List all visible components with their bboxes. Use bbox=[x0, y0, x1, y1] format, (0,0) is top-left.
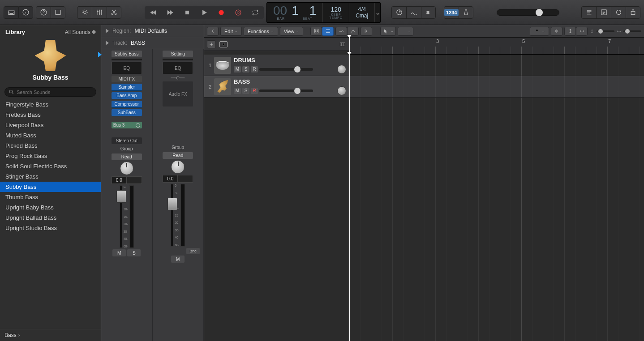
record-icon[interactable] bbox=[213, 6, 230, 19]
link-icon[interactable] bbox=[163, 76, 193, 80]
catch-icon[interactable] bbox=[361, 27, 372, 36]
add-track-button[interactable] bbox=[207, 40, 216, 48]
solo-button[interactable]: S bbox=[127, 249, 141, 256]
waveform-icon[interactable] bbox=[551, 27, 562, 36]
sound-item[interactable]: Fingerstyle Bass bbox=[0, 99, 101, 110]
track-pan-knob[interactable] bbox=[337, 65, 346, 74]
solo-icon[interactable]: S bbox=[421, 6, 436, 19]
sound-item[interactable]: Solid Soul Electric Bass bbox=[0, 161, 101, 171]
sound-item[interactable]: Upright Ballad Bass bbox=[0, 213, 101, 223]
record-enable-button[interactable]: R bbox=[251, 88, 258, 94]
track-lane[interactable] bbox=[349, 55, 644, 76]
mute-button[interactable]: M bbox=[234, 66, 241, 72]
volume-fader[interactable]: 0-3-6-10-15-20-30-40-60- bbox=[120, 185, 134, 248]
cycle-icon[interactable] bbox=[247, 6, 264, 19]
solo-button[interactable]: S bbox=[242, 88, 249, 94]
sound-item[interactable]: Fretless Bass bbox=[0, 110, 101, 120]
pan-knob[interactable] bbox=[120, 162, 133, 175]
media-icon[interactable] bbox=[51, 6, 65, 19]
list-view-icon[interactable] bbox=[322, 27, 334, 36]
sound-item[interactable]: Thumb Bass bbox=[0, 192, 101, 202]
metronome-icon[interactable] bbox=[459, 6, 473, 19]
audio-fx-slot[interactable]: Audio FX bbox=[163, 81, 193, 107]
library-filter[interactable]: All Sounds bbox=[65, 29, 95, 35]
mute-button[interactable]: M bbox=[234, 88, 241, 94]
track-content[interactable] bbox=[349, 55, 644, 341]
solo-button[interactable]: S bbox=[242, 66, 249, 72]
db-value[interactable]: 0.0 bbox=[112, 176, 127, 184]
fx-slot[interactable]: SubBass bbox=[112, 109, 142, 116]
display-icon[interactable] bbox=[77, 6, 92, 19]
mute-button[interactable]: M bbox=[171, 256, 185, 263]
automation-icon[interactable] bbox=[406, 6, 421, 19]
lcd-display[interactable]: 0011 BARBEAT 120 KEEP TEMPO 4/4 Cmaj ⌄ bbox=[266, 2, 381, 23]
sound-item[interactable]: Picked Bass bbox=[0, 141, 101, 151]
group-slot[interactable]: Group bbox=[163, 144, 193, 151]
cut-icon[interactable] bbox=[107, 6, 121, 19]
midi-fx-slot[interactable]: MIDI FX bbox=[112, 76, 142, 82]
output-slot[interactable]: Stereo Out bbox=[112, 137, 142, 144]
snap-menu[interactable]: ⌄ bbox=[530, 27, 549, 36]
rewind-icon[interactable] bbox=[145, 6, 162, 19]
sounds-list[interactable]: Fingerstyle BassFretless BassLiverpool B… bbox=[0, 99, 101, 329]
grid-icon[interactable] bbox=[310, 27, 322, 36]
notes-icon[interactable] bbox=[581, 6, 596, 19]
flex-icon[interactable] bbox=[347, 27, 359, 36]
info-icon[interactable] bbox=[18, 6, 33, 19]
track-header[interactable]: 1 DRUMS M S R bbox=[204, 55, 349, 76]
automation-toggle-icon[interactable] bbox=[335, 27, 347, 36]
secondary-tool[interactable]: ⌄ bbox=[398, 27, 413, 36]
play-icon[interactable] bbox=[196, 6, 213, 19]
track-icon[interactable] bbox=[214, 78, 231, 95]
instrument-slot[interactable]: Sampler bbox=[112, 84, 142, 91]
forward-icon[interactable] bbox=[162, 6, 179, 19]
tuner-icon[interactable] bbox=[391, 6, 406, 19]
search-field[interactable] bbox=[4, 87, 96, 97]
inbox-icon[interactable] bbox=[4, 6, 18, 19]
track-volume-slider[interactable] bbox=[259, 68, 313, 71]
library-breadcrumb[interactable]: Bass› bbox=[0, 329, 101, 341]
search-input[interactable] bbox=[17, 90, 92, 95]
region-row[interactable]: Region:MIDI Defaults bbox=[101, 25, 204, 37]
list-icon[interactable] bbox=[596, 6, 611, 19]
eq-slot[interactable]: EQ bbox=[112, 62, 142, 74]
functions-menu[interactable]: Functions⌄ bbox=[244, 27, 278, 36]
track-row[interactable]: Track:BASS bbox=[101, 37, 204, 49]
count-in-button[interactable]: 1234 bbox=[444, 6, 459, 19]
setting-slot[interactable]: Setting bbox=[163, 51, 193, 57]
fx-slot[interactable]: Bass Amp bbox=[112, 92, 142, 99]
track-lane[interactable] bbox=[349, 76, 644, 98]
playhead[interactable] bbox=[349, 55, 350, 341]
eq-slot[interactable]: EQ bbox=[163, 62, 193, 74]
back-icon[interactable] bbox=[207, 27, 219, 36]
db-value[interactable]: 0.0 bbox=[163, 175, 178, 183]
help-icon[interactable] bbox=[36, 6, 51, 19]
edit-menu[interactable]: Edit⌄ bbox=[220, 27, 242, 36]
ruler[interactable]: 35791113 bbox=[349, 38, 644, 55]
hzoom-slider[interactable] bbox=[623, 30, 641, 32]
vzoom-slider[interactable] bbox=[597, 30, 614, 32]
sound-item[interactable]: Upright Baby Bass bbox=[0, 202, 101, 213]
vzoom-icon[interactable] bbox=[564, 27, 576, 36]
sound-item[interactable]: Muted Bass bbox=[0, 130, 101, 141]
mixer-icon[interactable] bbox=[92, 6, 107, 19]
stop-icon[interactable] bbox=[179, 6, 196, 19]
sound-item[interactable]: Stinger Bass bbox=[0, 171, 101, 182]
pointer-tool[interactable]: ⌄ bbox=[380, 27, 396, 36]
automation-mode[interactable]: Read bbox=[163, 152, 193, 159]
duplicate-track-button[interactable] bbox=[219, 41, 228, 47]
sound-item[interactable]: Upright Studio Bass bbox=[0, 223, 101, 233]
send-knob-icon[interactable] bbox=[136, 123, 140, 128]
bounce-button[interactable]: Bnc bbox=[186, 248, 200, 254]
share-icon[interactable] bbox=[626, 6, 640, 19]
group-slot[interactable]: Group bbox=[112, 145, 142, 152]
record-enable-button[interactable]: R bbox=[251, 66, 258, 72]
mute-button[interactable]: M bbox=[112, 249, 126, 256]
track-icon[interactable] bbox=[214, 57, 231, 74]
view-menu[interactable]: View⌄ bbox=[280, 27, 304, 36]
sound-item[interactable]: Subby Bass bbox=[0, 182, 101, 192]
volume-fader[interactable]: 0-3-6-10-15-20-30-40-60- bbox=[171, 184, 185, 247]
sound-item[interactable]: Liverpool Bass bbox=[0, 120, 101, 130]
track-header[interactable]: 2 BASS M S R bbox=[204, 76, 349, 98]
sound-item[interactable]: Prog Rock Bass bbox=[0, 151, 101, 161]
